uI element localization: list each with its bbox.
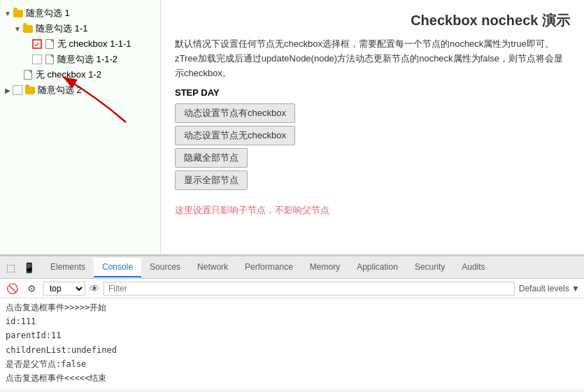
filter-input[interactable]: [104, 282, 515, 296]
devtools-tabs: ⬚ 📱 Elements Console Sources Network Per…: [0, 256, 584, 279]
toggle-icon-0[interactable]: ▼: [3, 8, 13, 18]
tree-node-5[interactable]: ▶ 随意勾选 2: [3, 82, 157, 98]
node-label-2: 无 checkbox 1-1-1: [57, 38, 131, 50]
clear-console-icon[interactable]: 🚫: [4, 281, 20, 296]
console-line-5: 点击复选框事件<<<<<结束: [6, 372, 578, 386]
tab-audits[interactable]: Audits: [453, 258, 493, 277]
console-settings-icon[interactable]: ⚙: [24, 281, 39, 296]
btn-remove-checkbox[interactable]: 动态设置节点无checkbox: [175, 126, 295, 145]
toggle-spacer-4: [13, 70, 22, 80]
toggle-spacer-2: [22, 39, 32, 49]
node-label-5: 随意勾选 2: [38, 84, 82, 96]
checkbox-5[interactable]: [13, 85, 22, 95]
checkbox-3[interactable]: [32, 55, 42, 64]
tab-elements[interactable]: Elements: [42, 258, 94, 277]
tab-memory[interactable]: Memory: [301, 258, 348, 277]
page-title: Checkbox nocheck 演示: [175, 11, 570, 30]
main-content: ▼ 随意勾选 1 ▼ 随意勾选 1-1 无 checkbox 1-1-1 随意勾…: [0, 0, 584, 255]
tab-console[interactable]: Console: [94, 258, 141, 277]
btn-show-all[interactable]: 显示全部节点: [175, 170, 248, 190]
tab-application[interactable]: Application: [348, 258, 406, 277]
note-text: 这里设置只影响子节点，不影响父节点: [175, 204, 570, 217]
tab-performance[interactable]: Performance: [236, 258, 301, 277]
file-icon-3: [44, 54, 55, 65]
tree-node-3[interactable]: 随意勾选 1-1-2: [3, 52, 157, 67]
inspect-icon[interactable]: ⬚: [3, 260, 18, 275]
toggle-icon-5[interactable]: ▶: [3, 85, 13, 95]
btn-add-checkbox[interactable]: 动态设置节点有checkbox: [175, 103, 295, 123]
devtools-panel: ⬚ 📱 Elements Console Sources Network Per…: [0, 255, 584, 392]
tree-node-0[interactable]: ▼ 随意勾选 1: [3, 6, 157, 21]
eye-icon[interactable]: 👁: [90, 283, 99, 294]
node-label-3: 随意勾选 1-1-2: [57, 53, 117, 66]
console-toolbar: 🚫 ⚙ top 👁 Default levels ▼: [0, 279, 584, 298]
btn-hide-all[interactable]: 隐藏全部节点: [175, 148, 248, 168]
context-select[interactable]: top: [43, 282, 85, 296]
toggle-icon-1[interactable]: ▼: [13, 24, 22, 34]
tree-node-1[interactable]: ▼ 随意勾选 1-1: [3, 21, 157, 36]
description-panel: Checkbox nocheck 演示 默认情况下设置任何节点无checkbox…: [161, 0, 584, 254]
console-line-1: id:111: [6, 315, 578, 329]
tree-node-4[interactable]: 无 checkbox 1-2: [3, 67, 157, 82]
console-line-2: parentId:11: [6, 329, 578, 343]
button-group: 动态设置节点有checkbox 动态设置节点无checkbox 隐藏全部节点 显…: [175, 103, 570, 190]
tree-panel: ▼ 随意勾选 1 ▼ 随意勾选 1-1 无 checkbox 1-1-1 随意勾…: [0, 0, 161, 254]
folder-icon-5: [24, 85, 36, 96]
folder-icon-0: [13, 8, 24, 19]
folder-icon-1: [22, 23, 34, 34]
checkbox-2[interactable]: [32, 39, 42, 49]
node-label-1: 随意勾选 1-1: [36, 22, 87, 35]
file-icon-2: [44, 38, 55, 50]
tab-sources[interactable]: Sources: [141, 258, 189, 277]
tree-node-2[interactable]: 无 checkbox 1-1-1: [3, 36, 157, 52]
description-text: 默认情况下设置任何节点无checkbox选择框，需要配置每一个节点的nochec…: [175, 37, 570, 80]
default-levels-dropdown[interactable]: Default levels ▼: [519, 284, 580, 293]
console-output: 点击复选框事件>>>>>开始 id:111 parentId:11 childr…: [0, 298, 584, 389]
console-line-4: 是否是父节点:false: [6, 358, 578, 372]
node-label-0: 随意勾选 1: [26, 7, 70, 20]
toggle-spacer-3: [22, 55, 32, 64]
console-line-3: childrenList:undefined: [6, 344, 578, 358]
console-line-0: 点击复选框事件>>>>>开始: [6, 301, 578, 315]
file-icon-4: [22, 69, 34, 80]
devtools-tab-icons: ⬚ 📱: [3, 260, 36, 275]
step-label: STEP DAY: [175, 87, 570, 98]
node-label-4: 无 checkbox 1-2: [36, 68, 101, 81]
device-icon[interactable]: 📱: [21, 260, 36, 275]
tab-network[interactable]: Network: [189, 258, 236, 277]
tab-security[interactable]: Security: [406, 258, 453, 277]
